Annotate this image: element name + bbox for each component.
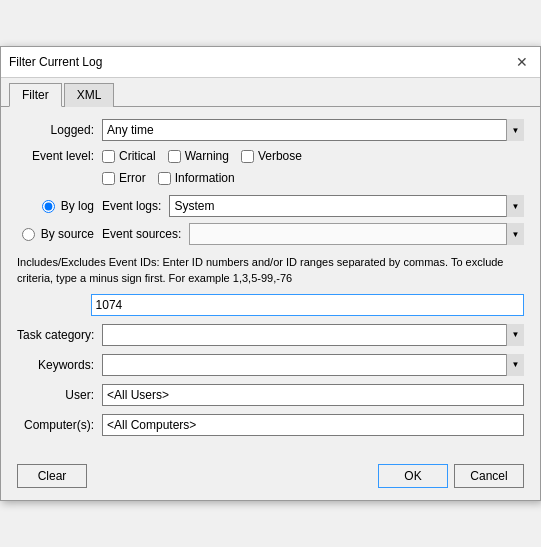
information-label: Information [175,171,235,185]
verbose-checkbox-label[interactable]: Verbose [241,149,302,163]
error-checkbox-label[interactable]: Error [102,171,146,185]
by-source-row: By source Event sources: ▼ [17,223,524,245]
task-category-label: Task category: [17,328,102,342]
critical-checkbox[interactable] [102,150,115,163]
event-level-checkboxes-row2: Error Information [102,171,524,185]
by-log-label: By log [61,199,94,213]
event-logs-select[interactable]: System Application Security [169,195,524,217]
by-log-radio[interactable] [42,200,55,213]
event-sources-select-wrapper: ▼ [189,223,524,245]
keywords-row: Keywords: ▼ [17,354,524,376]
logged-select[interactable]: Any time Last hour Last 12 hours Last 24… [102,119,524,141]
cancel-button[interactable]: Cancel [454,464,524,488]
task-category-row: Task category: ▼ [17,324,524,346]
logged-select-wrapper: Any time Last hour Last 12 hours Last 24… [102,119,524,141]
keywords-select[interactable] [102,354,524,376]
by-source-radio[interactable] [22,228,35,241]
event-level-row2: Error Information [17,171,524,185]
event-level-row1: Event level: Critical Warning Verbose [17,149,524,163]
keywords-select-wrapper: ▼ [102,354,524,376]
logged-row: Logged: Any time Last hour Last 12 hours… [17,119,524,141]
verbose-label: Verbose [258,149,302,163]
computers-label: Computer(s): [17,418,102,432]
ok-button[interactable]: OK [378,464,448,488]
event-id-row [17,294,524,316]
filter-content: Logged: Any time Last hour Last 12 hours… [1,107,540,456]
critical-label: Critical [119,149,156,163]
critical-checkbox-label[interactable]: Critical [102,149,156,163]
computers-input[interactable] [102,414,524,436]
verbose-checkbox[interactable] [241,150,254,163]
user-label: User: [17,388,102,402]
event-logs-label: Event logs: [102,199,161,213]
computers-row: Computer(s): [17,414,524,436]
by-log-radio-label: By log [17,199,102,213]
task-category-select[interactable] [102,324,524,346]
warning-checkbox-label[interactable]: Warning [168,149,229,163]
by-source-content: Event sources: ▼ [102,223,524,245]
event-level-label: Event level: [17,149,102,163]
filter-dialog: Filter Current Log ✕ Filter XML Logged: … [0,46,541,501]
by-source-radio-label: By source [17,227,102,241]
bottom-buttons: Clear OK Cancel [1,456,540,500]
title-bar: Filter Current Log ✕ [1,47,540,78]
dialog-title: Filter Current Log [9,55,102,69]
by-log-content: Event logs: System Application Security … [102,195,524,217]
keywords-label: Keywords: [17,358,102,372]
by-source-label: By source [41,227,94,241]
information-checkbox-label[interactable]: Information [158,171,235,185]
user-row: User: [17,384,524,406]
tab-xml[interactable]: XML [64,83,115,107]
event-level-checkboxes-row1: Critical Warning Verbose [102,149,524,163]
event-id-input[interactable] [91,294,524,316]
error-checkbox[interactable] [102,172,115,185]
by-log-row: By log Event logs: System Application Se… [17,195,524,217]
tab-filter[interactable]: Filter [9,83,62,107]
logged-label: Logged: [17,123,102,137]
event-logs-select-wrapper: System Application Security ▼ [169,195,524,217]
task-category-select-wrapper: ▼ [102,324,524,346]
description-text: Includes/Excludes Event IDs: Enter ID nu… [17,255,524,286]
event-sources-label: Event sources: [102,227,181,241]
user-input[interactable] [102,384,524,406]
close-button[interactable]: ✕ [512,53,532,71]
warning-label: Warning [185,149,229,163]
tabs-bar: Filter XML [1,78,540,107]
clear-button[interactable]: Clear [17,464,87,488]
warning-checkbox[interactable] [168,150,181,163]
information-checkbox[interactable] [158,172,171,185]
event-sources-select[interactable] [189,223,524,245]
error-label: Error [119,171,146,185]
